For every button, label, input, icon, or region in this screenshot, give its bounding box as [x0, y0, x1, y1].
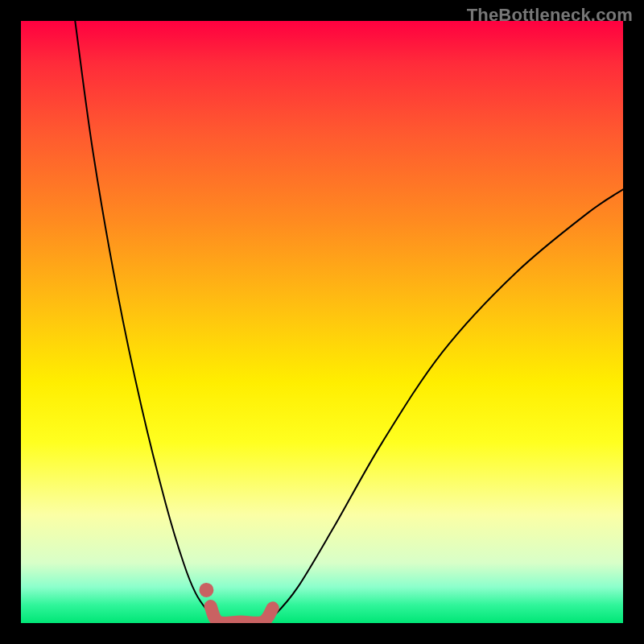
bottleneck-curve [75, 21, 623, 622]
bottleneck-curve-plot [21, 21, 623, 623]
watermark-text: TheBottleneck.com [467, 5, 633, 26]
optimal-zone-dot [199, 583, 213, 597]
optimal-zone-highlight [211, 606, 273, 623]
